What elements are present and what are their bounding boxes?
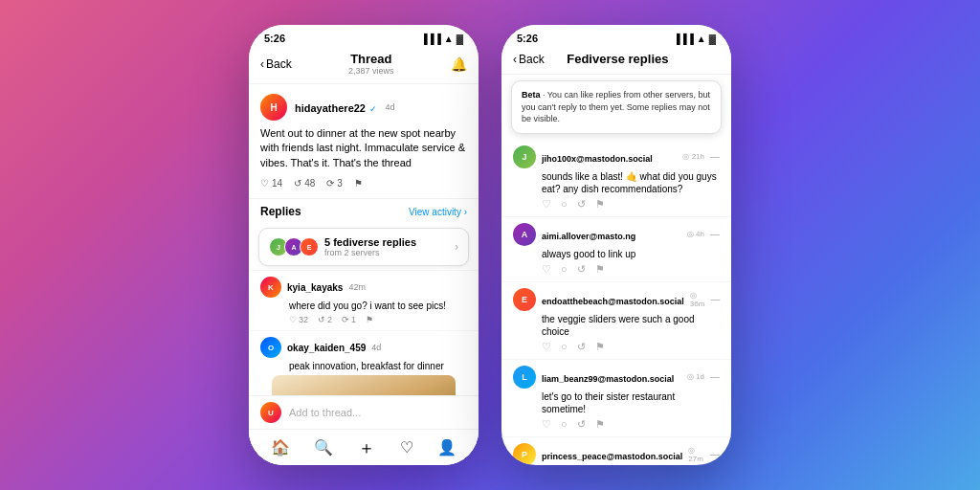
fedi-avatar-3: E <box>300 237 319 256</box>
compose-icon[interactable]: ＋ <box>358 436 375 459</box>
post-username: hidayathere22 <box>295 102 366 114</box>
fedi-user-info-3: endoatthebeach@mastodon.social <box>542 291 684 308</box>
fr-comment-2[interactable]: ○ <box>561 263 568 276</box>
reply-text-1: where did you go? i want to see pics! <box>260 301 467 311</box>
beta-label: Beta <box>522 90 541 100</box>
profile-icon[interactable]: 👤 <box>437 438 457 457</box>
beta-banner: Beta · You can like replies from other s… <box>511 80 722 134</box>
thread-title-block: Thread 2,387 views <box>292 52 451 76</box>
verified-icon: ✓ <box>369 104 377 114</box>
likes-icon[interactable]: ♡ <box>400 438 413 457</box>
post-user-info: hidayathere22 ✓ <box>295 99 377 116</box>
status-icons-left: ▐▐▐ ▲ ▓ <box>421 33 463 44</box>
reaction-repost[interactable]: ↺48 <box>294 178 315 189</box>
reply-reactions-1: ♡32 ↺2 ⟳1 ⚑ <box>260 315 467 324</box>
fr-repost-3[interactable]: ↺ <box>577 341 586 353</box>
post-reactions: ♡14 ↺48 ⟳3 ⚑ <box>260 178 467 189</box>
fr-flag-4[interactable]: ⚑ <box>595 418 605 431</box>
fr-heart-4[interactable]: ♡ <box>542 418 551 431</box>
status-bar-left: 5:26 ▐▐▐ ▲ ▓ <box>249 25 479 48</box>
back-button-right[interactable]: ‹ Back <box>513 53 545 66</box>
fedi-reply-username-1: jiho100x@mastodon.social <box>542 154 653 164</box>
reaction-like[interactable]: ♡14 <box>260 178 282 189</box>
fr-repost-1[interactable]: ↺ <box>577 198 586 211</box>
fedi-chevron-icon: › <box>455 240 458 254</box>
fedi-reply-header-4: L liam_beanz99@mastodon.social ◎ 1d — <box>513 366 720 389</box>
current-user-avatar: U <box>260 402 281 423</box>
rr-quote-1[interactable]: ⟳1 <box>342 315 356 324</box>
reply-avatar-1: K <box>260 277 281 298</box>
post-text: Went out to dinner at the new spot nearb… <box>260 126 467 170</box>
reply-item-1: K kyia_kayaks 42m where did you go? i wa… <box>249 270 479 330</box>
fr-heart-3[interactable]: ♡ <box>542 341 551 353</box>
fedi-count: 5 fediverse replies <box>324 236 455 248</box>
fedi-reply-header-1: J jiho100x@mastodon.social ◎ 21h — <box>513 145 720 168</box>
fedi-reply-time-2: ◎ 4h <box>687 230 704 238</box>
fedi-reply-5: P princess_peace@mastodon.social ◎ 27m —… <box>501 437 731 465</box>
back-label-r: Back <box>519 53 545 66</box>
rr-flag-1[interactable]: ⚑ <box>366 315 373 324</box>
fedi-reply-reactions-2: ♡ ○ ↺ ⚑ <box>513 263 720 276</box>
replies-section-header: Replies View activity › <box>249 198 479 224</box>
reply-time-1: 42m <box>348 282 366 292</box>
fediverse-banner[interactable]: J A E 5 fediverse replies from 2 servers… <box>258 228 469 266</box>
fedi-reply-avatar-2: A <box>513 223 536 246</box>
rr-repost-1[interactable]: ↺2 <box>318 315 332 324</box>
fedi-avatars-group: J A E <box>269 237 319 256</box>
fedi-reply-reactions-4: ♡ ○ ↺ ⚑ <box>513 418 720 431</box>
dash-3: — <box>710 294 720 304</box>
dash-4: — <box>710 371 720 382</box>
fedi-reply-time-5: ◎ 27m <box>688 446 704 463</box>
fr-repost-4[interactable]: ↺ <box>577 418 586 431</box>
nav-header-right: ‹ Back Fediverse replies <box>501 48 731 75</box>
reply-username-1: kyia_kayaks <box>287 282 343 293</box>
fedi-reply-username-5: princess_peace@mastodon.social <box>542 452 682 461</box>
fediverse-replies-list: J jiho100x@mastodon.social ◎ 21h — sound… <box>501 140 731 465</box>
post-time: 4d <box>385 102 394 112</box>
fr-flag-2[interactable]: ⚑ <box>595 263 605 276</box>
beta-text: · You can like replies from other server… <box>522 90 710 123</box>
replies-label: Replies <box>260 205 301 218</box>
wifi-icon: ▲ <box>444 33 454 44</box>
fr-heart-1[interactable]: ♡ <box>542 198 551 211</box>
fr-comment-4[interactable]: ○ <box>561 418 568 431</box>
search-icon[interactable]: 🔍 <box>314 438 333 457</box>
fr-repost-2[interactable]: ↺ <box>577 263 586 276</box>
reaction-quote[interactable]: ⟳3 <box>326 178 343 189</box>
fr-heart-2[interactable]: ♡ <box>542 263 551 276</box>
fr-flag-3[interactable]: ⚑ <box>595 341 605 353</box>
fedi-reply-reactions-1: ♡ ○ ↺ ⚑ <box>513 198 720 211</box>
fedi-reply-username-4: liam_beanz99@mastodon.social <box>542 374 674 384</box>
fedi-reply-time-1: ◎ 21h <box>682 152 704 161</box>
fr-flag-1[interactable]: ⚑ <box>595 198 605 211</box>
reply-username-2: okay_kaiden_459 <box>287 343 366 353</box>
fedi-reply-time-3: ◎ 36m <box>690 291 705 308</box>
fr-comment-1[interactable]: ○ <box>561 198 568 211</box>
bell-button[interactable]: 🔔 <box>451 56 467 72</box>
fr-comment-3[interactable]: ○ <box>561 341 568 353</box>
home-icon[interactable]: 🏠 <box>271 438 290 457</box>
rr-like-1[interactable]: ♡32 <box>289 315 308 324</box>
bottom-nav-left: 🏠 🔍 ＋ ♡ 👤 <box>249 429 479 465</box>
add-thread-input[interactable]: Add to thread... <box>289 407 361 418</box>
fedi-reply-avatar-3: E <box>513 288 536 311</box>
add-to-thread-bar[interactable]: U Add to thread... <box>249 395 479 429</box>
reply-header-2: O okay_kaiden_459 4d <box>260 337 467 358</box>
fedi-reply-reactions-3: ♡ ○ ↺ ⚑ <box>513 341 720 353</box>
left-phone: 5:26 ▐▐▐ ▲ ▓ ‹ Back Thread 2,387 views 🔔 <box>249 25 479 465</box>
fedi-reply-avatar-5: P <box>513 443 536 465</box>
fediverse-title: Fediverse replies <box>545 52 691 66</box>
dash-1: — <box>710 151 720 162</box>
fedi-reply-username-2: aimi.allover@masto.ng <box>542 232 635 241</box>
fedi-reply-avatar-1: J <box>513 145 536 168</box>
fedi-user-info-1: jiho100x@mastodon.social <box>542 148 677 166</box>
wifi-icon-r: ▲ <box>697 33 706 44</box>
main-post: H hidayathere22 ✓ 4d Went out to dinner … <box>249 84 479 198</box>
fedi-user-info-4: liam_beanz99@mastodon.social <box>542 368 681 386</box>
back-button-left[interactable]: ‹ Back <box>260 57 292 71</box>
reaction-flag[interactable]: ⚑ <box>354 178 363 189</box>
phones-container: 5:26 ▐▐▐ ▲ ▓ ‹ Back Thread 2,387 views 🔔 <box>249 25 731 465</box>
time-left: 5:26 <box>264 33 285 44</box>
status-icons-right: ▐▐▐ ▲ ▓ <box>674 33 716 44</box>
view-activity-link[interactable]: View activity › <box>409 207 467 217</box>
